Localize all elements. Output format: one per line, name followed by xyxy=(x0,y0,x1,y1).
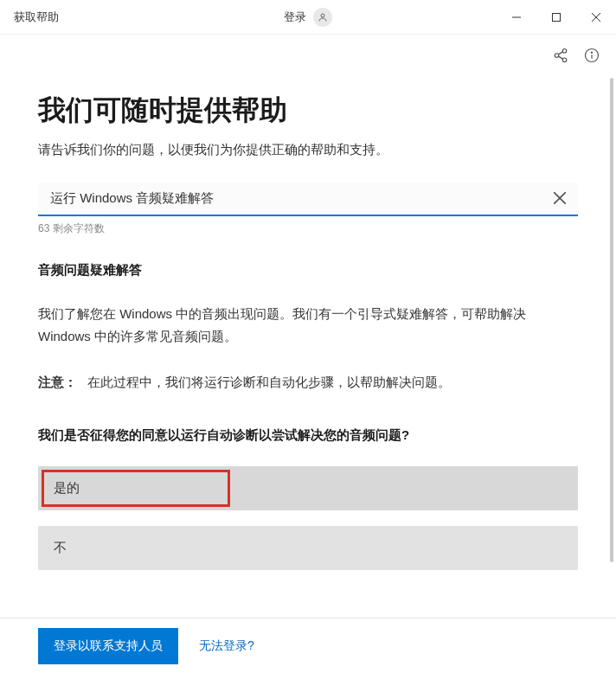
svg-point-0 xyxy=(321,14,324,17)
section-body: 我们了解您在 Windows 中的音频出现问题。我们有一个引导式疑难解答，可帮助… xyxy=(38,303,578,347)
scrollbar-thumb[interactable] xyxy=(610,78,613,562)
titlebar: 获取帮助 登录 xyxy=(0,0,616,35)
scrollbar[interactable] xyxy=(609,78,614,597)
info-icon[interactable] xyxy=(583,47,600,64)
svg-line-8 xyxy=(558,52,562,54)
signin-support-button[interactable]: 登录以联系支持人员 xyxy=(38,628,178,664)
maximize-button[interactable] xyxy=(536,0,576,35)
option-yes-button[interactable]: 是的 xyxy=(38,466,578,510)
svg-point-6 xyxy=(555,54,559,58)
close-button[interactable] xyxy=(576,0,616,35)
char-count: 63 剩余字符数 xyxy=(38,221,578,236)
option-no-button[interactable]: 不 xyxy=(38,526,578,570)
cannot-signin-link[interactable]: 无法登录? xyxy=(199,638,254,654)
option-yes-label: 是的 xyxy=(54,480,80,495)
content-area: 我们可随时提供帮助 请告诉我们你的问题，以便我们为你提供正确的帮助和支持。 63… xyxy=(0,76,616,618)
page-subtitle: 请告诉我们你的问题，以便我们为你提供正确的帮助和支持。 xyxy=(38,142,578,158)
consent-question: 我们是否征得您的同意以运行自动诊断以尝试解决您的音频问题? xyxy=(38,425,578,445)
page-title: 我们可随时提供帮助 xyxy=(38,92,578,130)
svg-point-5 xyxy=(562,49,567,54)
user-icon xyxy=(313,8,332,27)
share-icon[interactable] xyxy=(552,47,569,64)
login-area[interactable]: 登录 xyxy=(284,8,332,27)
window-controls xyxy=(497,0,616,34)
svg-point-7 xyxy=(562,58,567,62)
minimize-button[interactable] xyxy=(497,0,536,35)
note-row: 注意：在此过程中，我们将运行诊断和自动化步骤，以帮助解决问题。 xyxy=(38,371,578,394)
option-no-label: 不 xyxy=(54,540,67,554)
svg-line-9 xyxy=(558,56,562,59)
toolbar xyxy=(0,35,616,76)
note-text: 在此过程中，我们将运行诊断和自动化步骤，以帮助解决问题。 xyxy=(87,375,451,389)
svg-rect-2 xyxy=(553,13,561,21)
note-label: 注意： xyxy=(38,375,77,389)
search-box xyxy=(38,183,578,216)
footer: 登录以联系支持人员 无法登录? xyxy=(0,618,616,673)
login-label: 登录 xyxy=(284,10,306,25)
app-name: 获取帮助 xyxy=(14,10,59,25)
clear-icon[interactable] xyxy=(550,189,569,211)
search-input[interactable] xyxy=(38,183,578,216)
section-heading: 音频问题疑难解答 xyxy=(38,262,578,279)
svg-point-12 xyxy=(591,52,592,53)
